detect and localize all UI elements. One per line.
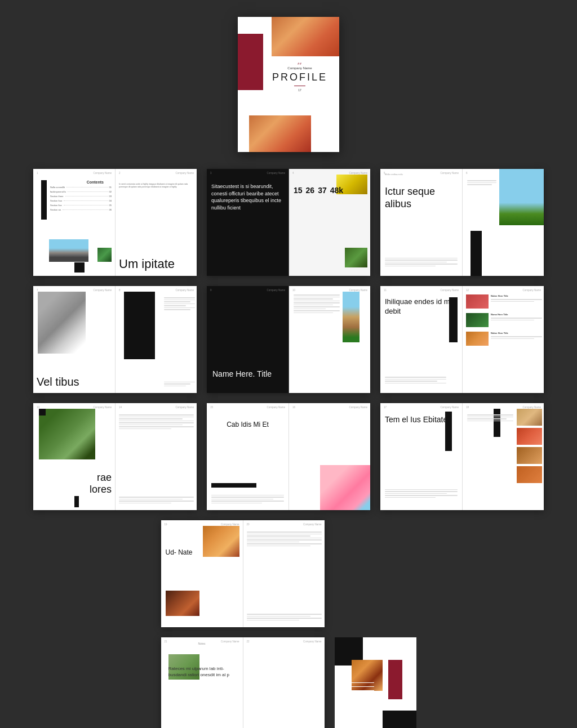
page-num: 19 (165, 523, 167, 526)
spread-12-content (335, 637, 416, 728)
company-label: Company Name (440, 406, 459, 409)
spread-4-right: 8 Company Name (116, 286, 197, 393)
um-ipitate-text: Um ipitate (119, 258, 175, 270)
page-num: 14 (119, 406, 122, 409)
company-label: Company Name (440, 172, 459, 175)
spread-10: 19 Company Name Ud- Nate 20 Company Name (161, 520, 325, 627)
page-num: 22 (247, 640, 250, 643)
company-label: Company Name (522, 289, 541, 292)
bottom-right-partial (335, 520, 416, 728)
page-num: 15 (210, 406, 213, 409)
body-text: In semit contumica unde ut highly imagqu… (119, 183, 194, 189)
spread-11-left: 21 Company Name Notes Rateces mi ulparum… (161, 637, 243, 728)
page-num: 2 (119, 172, 121, 175)
ud-nate-text: Ud- Nate (166, 548, 193, 557)
right-text-10r (247, 532, 322, 547)
spread-9-left: 17 Company Name Tem el Ius Ebitatet (380, 403, 462, 510)
green-image (97, 248, 112, 262)
spread-6-right: 12 Company Name Nubre Here Title Nome He… (463, 286, 544, 393)
crimson-accent-rect (388, 660, 402, 699)
name-here-text: Name Here. Title (212, 369, 272, 379)
small-meta-text: Mollim endbas molts (385, 173, 403, 176)
stat-4: 48k (330, 186, 343, 195)
ictur-text: Ictur seque alibus (385, 186, 462, 210)
page-num: 1 (37, 172, 38, 175)
right-body-7r (119, 414, 194, 430)
buddha-image (39, 409, 95, 459)
stats-grid: 15 26 37 48k (294, 186, 366, 195)
item-image-2 (466, 313, 489, 327)
small-line-accent (74, 496, 79, 507)
company-label: Company Name (221, 640, 239, 643)
company-label: Company Name (349, 406, 367, 409)
page-num: 9 (210, 289, 212, 292)
items-list: Nubre Here Title Nome Here Title Nobre H… (466, 294, 542, 350)
white-line-3 (340, 690, 374, 691)
cover-text-area: ## Company Name PROFILE 17 (266, 62, 334, 92)
company-label: Company Name (267, 289, 285, 292)
cherry-blossom-image (320, 465, 370, 510)
page-header-1l: 1 Company Name (33, 172, 115, 175)
spread-4-left: 7 Company Name Vel tibus (33, 286, 115, 393)
spread-3-left: 5 Company Name Mollim endbas molts Ictur… (380, 169, 462, 276)
spread-11: 21 Company Name Notes Rateces mi ulparum… (161, 637, 325, 728)
item-label-2: Nome Here Title (491, 313, 542, 316)
spread-1-left: 1 Company Name Contents Nulla commillit0… (33, 169, 115, 276)
spread-8-left: 15 Company Name Cab Idis Mi Et (207, 403, 288, 510)
rateces-box: Rateces mi ulparum lab inti-busdandi rat… (166, 654, 238, 727)
black-accent-rect (41, 180, 47, 220)
sprout-image (345, 248, 367, 267)
bottom-small-text (119, 497, 194, 504)
cover-divider (294, 86, 305, 86)
white-line-1 (340, 682, 374, 683)
spread-2-left: 3 Company Name Sitaecustest is si bearun… (207, 169, 288, 276)
spread-1: 1 Company Name Contents Nulla commillit0… (33, 169, 197, 276)
seafood-image (517, 428, 542, 445)
food-items-list (517, 409, 542, 485)
spread-3: 5 Company Name Mollim endbas molts Ictur… (380, 169, 544, 276)
food2-image (166, 591, 199, 616)
right-bottom-text (164, 382, 195, 388)
company-label: Company Name (93, 289, 112, 292)
company-label: Company Name (440, 289, 459, 292)
spread-6: 11 Company Name Ihiliquae endes id ma de… (380, 286, 544, 393)
cover-tagline: ## (266, 62, 334, 65)
page-header-11r: 22 Company Name (243, 640, 325, 643)
cover-title: PROFILE (266, 72, 334, 82)
ihil-body (385, 377, 446, 385)
spread-7-left: 13 Company Name raelores (33, 403, 115, 510)
black-corner-br (383, 711, 416, 728)
cactus-image (343, 292, 359, 342)
stat-1: 15 (294, 186, 303, 195)
page-num: 20 (247, 523, 250, 526)
tem-el-title: Tem el Ius Ebitatet (385, 414, 450, 425)
page-header-6r: 12 Company Name (463, 289, 544, 292)
page-num: 4 (292, 172, 294, 175)
black-tem-rect (445, 412, 452, 451)
food-side-text (467, 414, 513, 422)
page-header-6l: 11 Company Name (380, 289, 462, 292)
spread-11-right: 22 Company Name (243, 637, 325, 728)
spread-9-right: 18 Company Name (463, 403, 544, 510)
contents-title: Contents (87, 180, 104, 184)
cab-idis-title: Cab Idis Mi Et (207, 420, 288, 430)
page-num: 21 (165, 640, 167, 643)
spread-7-right: 14 Company Name (116, 403, 197, 510)
black-square-accent (39, 409, 46, 416)
windmill-image (499, 169, 544, 225)
contents-list: Nulla commillit01 facitimperend lo02 Sec… (50, 186, 112, 213)
spread-12 (335, 637, 416, 728)
white-line-2 (340, 686, 374, 687)
stat-2: 26 (306, 186, 315, 195)
spread-5: 9 Company Name Name Here. Title 10 Compa… (207, 286, 370, 393)
plate-image (517, 466, 542, 483)
spread-8-right: 16 Company Name (289, 403, 370, 510)
cactus-page-text (294, 294, 340, 314)
company-label: Company Name (93, 406, 112, 409)
bottom-row: 19 Company Name Ud- Nate 20 Company Name (161, 520, 416, 728)
cover-section: ## Company Name PROFILE 17 (238, 17, 339, 152)
sushi-image (517, 409, 542, 426)
rateces-text: Rateces mi ulparum lab inti-busdandi rat… (168, 666, 236, 678)
spread-2-right: 4 Company Name 15 26 37 48k (289, 169, 370, 276)
page-num: 17 (384, 406, 387, 409)
